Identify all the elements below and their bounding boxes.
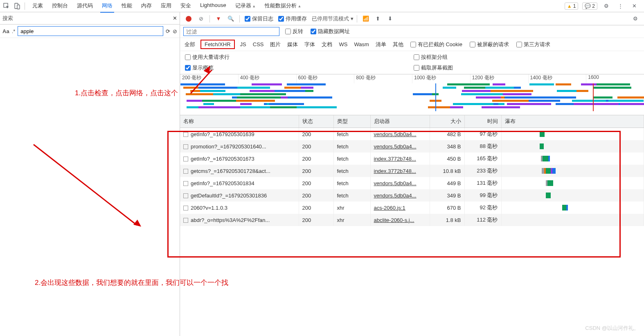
panel-gear-icon[interactable]: ⚙ — [630, 14, 641, 24]
col-size[interactable]: 大小 — [430, 115, 464, 128]
blocked-requests-checkbox[interactable]: 被屏蔽的请求 — [470, 41, 509, 48]
large-rows-checkbox[interactable]: 使用大量请求行 — [185, 54, 410, 61]
filter-wasm[interactable]: Wasm — [353, 40, 370, 48]
hide-data-urls-checkbox[interactable]: 隐藏数据网址 — [311, 28, 350, 35]
watermark: CSDN @以山河作礼。 — [585, 325, 639, 332]
filter-media[interactable]: 媒体 — [286, 40, 299, 49]
tab-控制台[interactable]: 控制台 — [50, 0, 70, 13]
filter-js[interactable]: JS — [239, 40, 248, 48]
blocked-cookies-checkbox[interactable]: 有已拦截的 Cookie — [410, 41, 462, 48]
table-row[interactable]: promotion?_=1679205301640...200fetchvend… — [180, 140, 644, 152]
upload-icon[interactable]: ⬆ — [373, 14, 383, 24]
col-status[interactable]: 状态 — [299, 115, 333, 128]
col-type[interactable]: 类型 — [333, 115, 370, 128]
refresh-icon[interactable]: ⟳ — [166, 28, 170, 34]
info-badge[interactable]: 💬2 — [582, 2, 597, 10]
search-icon[interactable]: 🔍 — [225, 14, 236, 24]
filter-fetchxhr[interactable]: Fetch/XHR — [200, 40, 235, 49]
tab-性能[interactable]: 性能 — [120, 0, 134, 13]
disable-cache-checkbox[interactable]: 停用缓存 — [278, 15, 307, 22]
tab-应用[interactable]: 应用 — [159, 0, 173, 13]
table-row[interactable]: getcms?_=1679205301728&act...200fetchind… — [180, 165, 644, 177]
gear-icon[interactable]: ⚙ — [601, 1, 611, 11]
clear-button[interactable]: ⊘ — [196, 14, 206, 24]
tab-Lighthouse[interactable]: Lighthouse — [198, 0, 228, 13]
network-panel: ⊘ ▼ 🔍 保留日志 停用缓存 已停用节流模式 ▾ 📶 ⬆ ⬇ ⚙ 反转 隐藏数… — [180, 12, 644, 336]
filter-icon[interactable]: ▼ — [213, 14, 224, 24]
match-case-toggle[interactable]: Aa — [2, 28, 9, 34]
devtools-topbar: 元素控制台源代码网络性能内存应用安全Lighthouse记录器 ▲性能数据分析 … — [0, 0, 644, 12]
warning-badge[interactable]: ▲1 — [565, 2, 579, 10]
throttling-select[interactable]: 已停用节流模式 ▾ — [312, 15, 354, 22]
wifi-icon[interactable]: 📶 — [360, 14, 371, 24]
filter-other[interactable]: 其他 — [392, 40, 405, 49]
filter-font[interactable]: 字体 — [303, 40, 316, 49]
screenshots-checkbox[interactable]: 截取屏幕截图 — [414, 64, 639, 72]
clear-icon[interactable]: ⊘ — [173, 28, 177, 34]
kebab-icon[interactable]: ⋮ — [615, 1, 625, 11]
type-filters: 全部 Fetch/XHR JS CSS 图片 媒体 字体 文档 WS Wasm … — [180, 38, 644, 51]
table-row[interactable]: getDefaultId?_=1679205301836200fetchvend… — [180, 189, 644, 202]
invert-checkbox[interactable]: 反转 — [285, 28, 303, 35]
panel-tabs: 元素控制台源代码网络性能内存应用安全Lighthouse记录器 ▲性能数据分析 … — [31, 0, 303, 13]
svg-rect-2 — [17, 5, 20, 9]
table-row[interactable]: abdr?_o=https%3A%2F%2Ffan...200xhrabclit… — [180, 214, 644, 226]
filter-manifest[interactable]: 清单 — [374, 40, 387, 49]
record-button[interactable] — [183, 14, 194, 24]
requests-table: 名称 状态 类型 启动器 大小 时间 瀑布 getInfo?_=16792053… — [180, 115, 644, 336]
filter-ws[interactable]: WS — [338, 40, 349, 48]
tab-网络[interactable]: 网络 — [100, 0, 114, 13]
search-input[interactable] — [18, 26, 163, 36]
tab-安全[interactable]: 安全 — [179, 0, 193, 13]
tab-源代码[interactable]: 源代码 — [75, 0, 95, 13]
tab-内存[interactable]: 内存 — [140, 0, 153, 13]
table-row[interactable]: 2060?v=1.1.0.3200xhracs-2060.js:1670 B92… — [180, 202, 644, 214]
search-title: 搜索 — [2, 15, 173, 22]
col-name[interactable]: 名称 — [180, 115, 299, 128]
preserve-log-checkbox[interactable]: 保留日志 — [245, 15, 273, 22]
table-row[interactable]: getInfo?_=1679205301834200fetchvendors.5… — [180, 177, 644, 189]
table-row[interactable]: getInfo?_=1679205301639200fetchvendors.5… — [180, 128, 644, 141]
close-search-icon[interactable]: ✕ — [173, 15, 177, 21]
filter-input[interactable] — [183, 27, 279, 36]
search-panel: 搜索 ✕ Aa .* ⟳ ⊘ — [0, 12, 180, 336]
filter-row: 反转 隐藏数据网址 — [180, 25, 644, 38]
inspect-icon[interactable] — [2, 1, 11, 11]
download-icon[interactable]: ⬇ — [385, 14, 396, 24]
tab-记录器[interactable]: 记录器 ▲ — [234, 0, 257, 13]
col-initiator[interactable]: 启动器 — [370, 115, 430, 128]
col-time[interactable]: 时间 — [464, 115, 501, 128]
close-icon[interactable]: ✕ — [629, 1, 639, 11]
device-icon[interactable] — [12, 1, 22, 11]
third-party-checkbox[interactable]: 第三方请求 — [516, 41, 550, 48]
tab-元素[interactable]: 元素 — [31, 0, 45, 13]
filter-all[interactable]: 全部 — [183, 40, 196, 49]
tab-性能数据分析[interactable]: 性能数据分析 ▲ — [263, 0, 303, 13]
filter-css[interactable]: CSS — [252, 40, 265, 48]
filter-img[interactable]: 图片 — [269, 40, 282, 49]
table-row[interactable]: getInfo?_=1679205301673200fetchindex.377… — [180, 152, 644, 165]
network-toolbar: ⊘ ▼ 🔍 保留日志 停用缓存 已停用节流模式 ▾ 📶 ⬆ ⬇ ⚙ — [180, 12, 644, 25]
regex-toggle[interactable]: .* — [12, 28, 16, 34]
group-frame-checkbox[interactable]: 按框架分组 — [414, 54, 639, 61]
col-waterfall[interactable]: 瀑布 — [501, 115, 644, 128]
show-overview-checkbox[interactable]: 显示概览 — [185, 64, 410, 72]
timeline-overview[interactable]: 200 毫秒400 毫秒600 毫秒800 毫秒1000 毫秒1200 毫秒14… — [180, 74, 644, 115]
options-row: 使用大量请求行 显示概览 按框架分组 截取屏幕截图 — [180, 51, 644, 74]
filter-doc[interactable]: 文档 — [320, 40, 333, 49]
